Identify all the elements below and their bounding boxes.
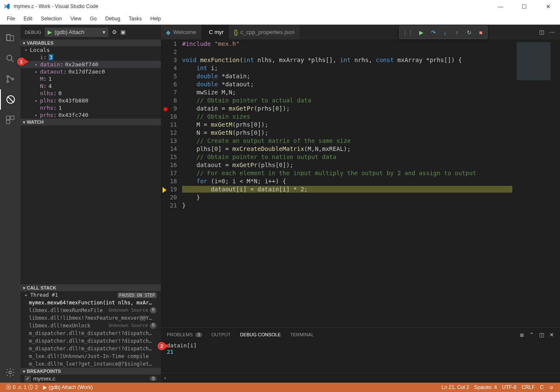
variable-row[interactable]: nlhs:0 [20,90,161,97]
checkbox-icon[interactable]: ✓ [25,376,31,382]
activity-extensions-icon[interactable] [0,110,20,130]
status-spaces[interactable]: Spaces: 4 [471,384,499,390]
menu-edit[interactable]: Edit [20,15,36,23]
variable-row[interactable]: ▸prhs:0x43fc740 [20,111,161,119]
callstack-frame[interactable]: m_dispatcher.dll!m_dispatcher!?dispatch_… [20,337,161,345]
activity-settings-icon[interactable] [0,362,20,383]
activity-explorer-icon[interactable] [0,28,20,48]
tab-mymex[interactable]: C myr [201,25,229,40]
variable-row[interactable]: M:1 [20,75,161,82]
status-cursor[interactable]: Ln 21, Col 2 [439,384,472,390]
svg-point-2 [7,81,9,82]
status-lang[interactable]: C [537,384,546,390]
menu-view[interactable]: View [67,15,85,23]
callstack-frame[interactable]: libmex.dll!libmex!?mexFeature_mexver@@YA… [20,314,161,322]
panel-tab-debug-console[interactable]: DEBUG CONSOLE [240,332,281,337]
watch-body[interactable] [20,125,161,284]
activity-search-icon[interactable] [0,48,20,69]
watch-section-header[interactable]: ▾WATCH [20,119,161,125]
callstack-section-header[interactable]: ▾CALL STACK [20,284,161,291]
menu-selection[interactable]: Selection [37,15,65,23]
callstack-frame[interactable]: libmex.dll!mexRunMexFileUnknown Source0 [20,307,161,314]
variable-row[interactable]: nrhs:1 [20,104,161,111]
step-out-button[interactable]: ↑ [451,27,463,38]
callstack-frame[interactable]: m_lxe.dll![Unknown/Just-In-Time compile [20,352,161,360]
json-file-icon: {} [234,29,238,36]
debug-console-body[interactable]: datain[i] 21 [161,341,560,372]
variable-row[interactable]: ▸plhs:0x43fb880 [20,97,161,104]
status-encoding[interactable]: UTF-8 [500,384,519,390]
panel-tab-output[interactable]: OUTPUT [211,332,231,337]
statusbar: ⓧ0⚠1ⓘ2 ▶(gdb) Attach (Work) Ln 21, Col 2… [0,383,560,392]
svg-point-3 [12,78,14,80]
svg-rect-5 [6,116,10,119]
more-icon[interactable]: ⋯ [549,29,555,35]
start-debug-icon[interactable]: ▶ [48,29,52,35]
close-panel-icon[interactable]: ✕ [549,332,554,338]
variable-row[interactable]: ▸datain:0x2ae8f740 [20,61,161,68]
debug-console-input[interactable] [169,375,557,381]
error-icon: ⓧ [6,384,11,391]
tab-cpp-properties[interactable]: {}c_cpp_properties.json [229,25,300,40]
vscode-logo-icon [3,3,10,10]
console-expr: datain[i] [167,342,554,349]
breakpoints-section-header[interactable]: ▾BREAKPOINTS [20,368,161,375]
activity-debug-icon[interactable] [0,89,20,110]
minimize-button[interactable]: — [492,3,509,10]
editor[interactable]: 123456789101112131415161718192021 #inclu… [161,40,560,327]
svg-rect-7 [6,120,10,124]
menubar: File Edit Selection View Go Debug Tasks … [0,13,560,25]
debug-config-select[interactable]: ▶ (gdb) Attach ▾ [45,28,109,37]
warning-icon: ⚠ [17,384,22,390]
callstack-thread[interactable]: ▾ Thread #1 PAUSED ON STEP [20,291,161,299]
panel-tabs: PROBLEMS3 OUTPUT DEBUG CONSOLE TERMINAL … [161,328,560,341]
drag-handle-icon[interactable]: ⋮⋮ [400,29,415,36]
maximize-button[interactable]: ☐ [516,3,533,10]
clear-console-icon[interactable]: ≣ [520,332,524,338]
locals-header[interactable]: ▾Locals [20,46,161,54]
breakpoint-row[interactable]: ✓ mymex.c 9 [25,375,157,382]
variable-row[interactable]: i:3 [20,54,161,61]
sidebar: DEBUG ▶ (gdb) Attach ▾ ⚙ ▣ ▾VARIABLES ▾L… [20,25,161,383]
close-button[interactable]: ✕ [540,3,557,10]
restart-button[interactable]: ↻ [463,27,474,38]
tab-welcome[interactable]: ◆Welcome [161,25,201,40]
stop-button[interactable]: ■ [475,27,486,38]
svg-point-8 [9,371,11,374]
debug-console-icon[interactable]: ▣ [120,29,126,35]
menu-tasks[interactable]: Tasks [126,15,146,23]
maximize-panel-icon[interactable]: ◫ [539,332,544,338]
menu-file[interactable]: File [3,15,18,23]
code-area[interactable]: #include "mex.h"void mexFunction(int nlh… [182,40,513,327]
breakpoint-line: 9 [150,376,157,381]
debug-console-input-row: › [161,372,560,383]
paused-badge: PAUSED ON STEP [117,293,157,298]
menu-go[interactable]: Go [86,15,100,23]
callstack-frame[interactable]: m_lxe.dll!m_lxe!?get_instance@?$singleto… [20,360,161,368]
menu-debug[interactable]: Debug [102,15,123,23]
variable-row[interactable]: ▸dataout:0x17df2aec0 [20,68,161,75]
callstack-frame[interactable]: m_dispatcher.dll!m_dispatcher!?dispatch_… [20,330,161,337]
play-icon: ▶ [43,384,47,390]
variable-row[interactable]: N:4 [20,82,161,90]
step-into-button[interactable]: ↓ [440,27,451,38]
continue-button[interactable]: ▶ [416,27,427,38]
panel-tab-problems[interactable]: PROBLEMS3 [167,332,202,337]
step-over-button[interactable]: ↷ [428,27,439,38]
prompt-icon: › [164,375,166,381]
variables-section-header[interactable]: ▾VARIABLES [20,40,161,46]
status-debug[interactable]: ▶(gdb) Attach (Work) [40,384,95,390]
callstack-frame[interactable]: libmex.dll!mexUnlockUnknown Source0 [20,322,161,330]
status-feedback-icon[interactable]: ☺ [546,384,557,390]
callstack-frame[interactable]: m_dispatcher.dll!m_dispatcher!?dispatch@… [20,345,161,352]
menu-help[interactable]: Help [147,15,164,23]
status-errors[interactable]: ⓧ0⚠1ⓘ2 [3,384,40,391]
activity-scm-icon[interactable] [0,69,20,89]
split-editor-icon[interactable]: ◫ [539,29,544,35]
callstack-frame[interactable]: mymex.mexw64!mexFunction(int nlhs, mxArr… [20,299,161,307]
status-eol[interactable]: CRLF [519,384,537,390]
collapse-panel-icon[interactable]: ⌃ [529,332,534,338]
panel-tab-terminal[interactable]: TERMINAL [290,332,314,337]
minimap[interactable] [513,40,560,327]
gear-icon[interactable]: ⚙ [112,29,117,35]
